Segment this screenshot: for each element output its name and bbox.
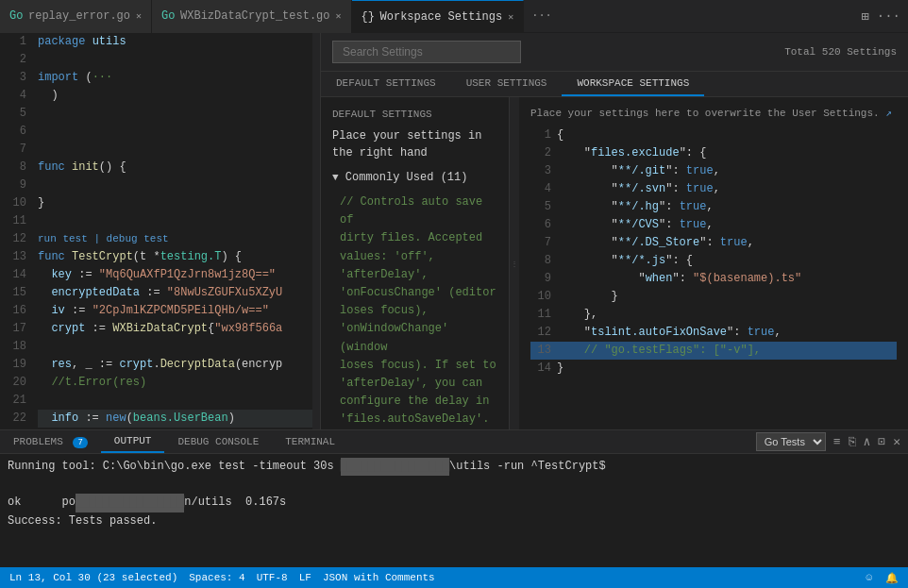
comment-dirty: dirty files. Accepted — [340, 229, 497, 247]
code-lines: 1 2 3 4 5 6 7 8 9 10 11 12 13 14 15 16 1 — [0, 33, 320, 429]
code-content[interactable]: 1 2 3 4 5 6 7 8 9 10 11 12 13 14 15 16 1 — [0, 33, 320, 429]
status-smiley[interactable]: ☺ — [866, 572, 872, 583]
tab-bar-actions: ⊞ ··· — [861, 8, 908, 25]
status-bar: Ln 13, Col 30 (23 selected) Spaces: 4 UT… — [0, 567, 908, 588]
workspace-settings-editor[interactable]: Place your settings here to overwrite th… — [519, 97, 908, 429]
list-icon[interactable]: ≡ — [833, 435, 841, 449]
code-line — [38, 123, 320, 141]
status-language[interactable]: JSON with Comments — [323, 572, 435, 583]
line-numbers: 1 2 3 4 5 6 7 8 9 10 11 12 13 14 15 16 1 — [0, 33, 34, 429]
json-line-1: 1 { — [530, 126, 897, 144]
terminal-line-4: Success: Tests passed. — [8, 512, 900, 530]
json-line-9: 9 "when": "$(basename).ts" — [530, 270, 897, 288]
status-spaces[interactable]: Spaces: 4 — [189, 572, 244, 583]
settings-comments: // Controls auto save of dirty files. Ac… — [332, 193, 497, 429]
terminal-line-1: Running tool: C:\Go\bin\go.exe test -tim… — [8, 458, 900, 476]
total-settings-label: Total 520 Settings — [784, 46, 897, 58]
status-bell[interactable]: 🔔 — [885, 572, 899, 584]
code-line-info: info := new(beans.UserBean) — [38, 410, 320, 428]
json-line-12: 12 "tslint.autoFixOnSave": true, — [530, 324, 897, 342]
tab-problems[interactable]: PROBLEMS 7 — [0, 431, 101, 452]
code-line: run test | debug test — [38, 230, 320, 248]
code-line: package utils — [38, 33, 320, 51]
terminal-label: TERMINAL — [285, 436, 335, 447]
status-left: Ln 13, Col 30 (23 selected) Spaces: 4 UT… — [9, 572, 435, 583]
tab-wxbizdatacrypt[interactable]: Go WXBizDataCrypt_test.go ✕ — [152, 0, 351, 33]
panel-icon[interactable]: ⊡ — [878, 434, 885, 449]
json-line-8: 8 "**/*.js": { — [530, 252, 897, 270]
comment-afterdelay-2: 'afterDelay', you can — [340, 375, 497, 393]
code-line: encryptedData := "8NwUsZGUFXu5XZyU — [38, 284, 320, 302]
code-editor: 1 2 3 4 5 6 7 8 9 10 11 12 13 14 15 16 1 — [0, 33, 321, 429]
settings-panel: Total 520 Settings DEFAULT SETTINGS USER… — [321, 33, 908, 429]
debug-console-label: DEBUG CONSOLE — [177, 436, 259, 447]
tab-label-2: WXBizDataCrypt_test.go — [180, 9, 329, 23]
problems-badge: 7 — [73, 437, 87, 448]
problems-label: PROBLEMS — [13, 436, 63, 447]
redacted-path: ████████████████ — [341, 458, 449, 476]
close-panel-icon[interactable]: ✕ — [893, 434, 900, 449]
tab-terminal[interactable]: TERMINAL — [272, 431, 348, 452]
code-line — [38, 176, 320, 194]
code-line: crypt := WXBizDataCrypt{"wx98f566a — [38, 320, 320, 338]
drag-handle[interactable]: ⋮ — [510, 97, 519, 429]
code-line — [38, 392, 320, 410]
code-line — [38, 338, 320, 356]
bottom-panel: PROBLEMS 7 OUTPUT DEBUG CONSOLE TERMINAL… — [0, 429, 908, 567]
tab-workspace-settings-tab[interactable]: WORKSPACE SETTINGS — [562, 72, 704, 96]
copy-icon[interactable]: ⎘ — [849, 435, 856, 449]
expand-icon[interactable]: ∧ — [864, 434, 871, 449]
expand-arrow-icon[interactable]: ▼ — [332, 172, 339, 183]
go-tests-select[interactable]: Go Tests — [756, 432, 826, 451]
code-line: ) — [38, 87, 320, 105]
workspace-settings-title: Place your settings here to overwrite th… — [530, 105, 897, 123]
settings-tabs: DEFAULT SETTINGS USER SETTINGS WORKSPACE… — [321, 72, 908, 97]
code-line: } — [38, 194, 320, 212]
code-line — [38, 105, 320, 123]
status-encoding[interactable]: UTF-8 — [257, 572, 288, 583]
tab-close-icon-2[interactable]: ✕ — [336, 10, 342, 22]
status-line-ending[interactable]: LF — [299, 572, 311, 583]
comment-values: values: 'off', — [340, 248, 497, 266]
status-position[interactable]: Ln 13, Col 30 (23 selected) — [9, 572, 177, 583]
tab-default-settings[interactable]: DEFAULT SETTINGS — [321, 72, 451, 96]
settings-header: Total 520 Settings — [321, 33, 908, 72]
code-line: func TestCrypt(t *testing.T) { — [38, 248, 320, 266]
tab-replay-error[interactable]: Go replay_error.go ✕ — [0, 0, 152, 33]
default-settings-title: DEFAULT SETTINGS — [332, 109, 497, 120]
json-line-11: 11 }, — [530, 306, 897, 324]
json-line-13-highlighted: 13 // "go.testFlags": ["-v"], — [530, 342, 897, 360]
comment-autosave: // Controls auto save of — [340, 193, 497, 229]
bottom-tabs: PROBLEMS 7 OUTPUT DEBUG CONSOLE TERMINAL… — [0, 430, 908, 454]
json-line-4: 4 "**/.svn": true, — [530, 180, 897, 198]
comment-configure: configure the delay in — [340, 393, 497, 411]
tab-close-icon[interactable]: ✕ — [136, 10, 142, 22]
code-line: res, _ := crypt.DecryptData(encryp — [38, 356, 320, 374]
code-line: func init() { — [38, 159, 320, 176]
drag-dots-icon: ⋮ — [511, 260, 518, 268]
tab-user-settings[interactable]: USER SETTINGS — [451, 72, 563, 96]
comment-loses-focus: loses focus), — [340, 302, 497, 320]
comment-autosavedelay: 'files.autoSaveDelay'. — [340, 411, 497, 428]
more-actions-icon[interactable]: ··· — [877, 8, 900, 24]
bottom-tab-right: Go Tests ≡ ⎘ ∧ ⊡ ✕ — [756, 432, 908, 451]
tab-label-3: Workspace Settings — [380, 10, 503, 24]
default-settings-place-text: Place your settings in the right hand — [332, 127, 497, 161]
more-tabs-button[interactable]: ··· — [524, 9, 560, 23]
tab-workspace-settings[interactable]: {} Workspace Settings ✕ — [352, 0, 525, 33]
json-line-5: 5 "**/.hg": true, — [530, 198, 897, 216]
search-settings-input[interactable] — [332, 41, 521, 63]
json-line-10: 10 } — [530, 288, 897, 306]
commonly-used-section: ▼ Commonly Used (11) — [332, 171, 497, 184]
tab-output[interactable]: OUTPUT — [101, 430, 165, 453]
split-editor-icon[interactable]: ⊞ — [861, 8, 868, 25]
commonly-used-label: Commonly Used (11) — [345, 171, 468, 184]
default-settings-pane: DEFAULT SETTINGS Place your settings in … — [321, 97, 510, 429]
go-file-icon: Go — [9, 9, 23, 23]
tab-debug-console[interactable]: DEBUG CONSOLE — [164, 431, 272, 452]
tab-close-icon-3[interactable]: ✕ — [508, 11, 513, 23]
redacted-path-2: ████████████████ — [76, 494, 184, 512]
comment-afterdelay: 'afterDelay', — [340, 266, 497, 284]
code-line — [38, 212, 320, 230]
json-line-7: 7 "**/.DS_Store": true, — [530, 234, 897, 252]
